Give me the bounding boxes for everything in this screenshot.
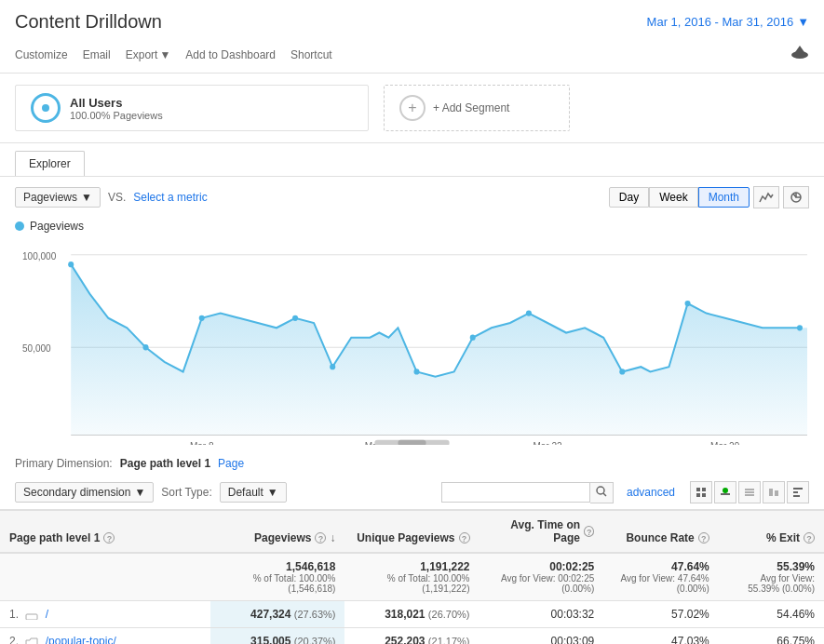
shortcut-button[interactable]: Shortcut (290, 48, 332, 61)
svg-rect-38 (769, 489, 773, 496)
segment-sub: 100.00% Pageviews (70, 110, 163, 121)
pie-chart-icon (789, 191, 804, 204)
svg-point-9 (68, 262, 74, 267)
svg-point-18 (685, 301, 691, 306)
row1-page-link[interactable]: / (46, 608, 48, 621)
total-unique-pageviews: 1,191,222 % of Total: 100.00% (1,191,222… (344, 553, 479, 601)
row2-pageviews: 315,005 (20.37%) (210, 628, 344, 645)
metric-caret-icon: ▼ (81, 191, 92, 204)
pie-chart-button[interactable] (783, 186, 809, 208)
svg-point-11 (199, 315, 205, 321)
add-segment-button[interactable]: + + Add Segment (384, 85, 570, 131)
row1-page: 1. / (0, 601, 210, 628)
table-row: 2. /popular-topic/ 315,005 (20.37%) 252,… (0, 628, 824, 645)
svg-text:50,000: 50,000 (22, 343, 51, 354)
chart-legend: Pageviews (15, 216, 809, 240)
table-view-button[interactable] (738, 481, 761, 503)
svg-point-16 (526, 310, 532, 315)
dim-page-link[interactable]: Page (218, 457, 244, 470)
tab-explorer[interactable]: Explorer (15, 151, 85, 176)
primary-dim-label: Primary Dimension: (15, 457, 113, 470)
row1-bounce: 57.02% (603, 601, 718, 628)
svg-point-14 (414, 369, 420, 374)
bar-icon (720, 487, 731, 498)
month-button[interactable]: Month (698, 187, 750, 208)
svg-point-12 (292, 315, 298, 321)
day-button[interactable]: Day (609, 187, 649, 208)
search-input[interactable] (441, 482, 590, 503)
svg-rect-42 (793, 495, 800, 497)
folder-icon (25, 637, 38, 644)
vs-label: VS. (108, 191, 126, 204)
row2-unique: 252,203 (21.17%) (344, 628, 479, 645)
sort-type-label: Sort Type: (161, 486, 211, 499)
row2-bounce: 47.03% (603, 628, 718, 645)
th-avgtime-info[interactable]: ? (584, 526, 594, 537)
data-table: Page path level 1 ? Pageviews ? ↓ Unique… (0, 510, 824, 644)
total-bounce-rate: 47.64% Avg for View: 47.64% (0.00%) (603, 553, 718, 601)
svg-text:Mar 22: Mar 22 (533, 441, 562, 445)
sort-default-button[interactable]: Default ▼ (220, 482, 287, 503)
compare-icon (768, 487, 779, 498)
search-box (441, 482, 614, 503)
total-avg-time: 00:02:25 Avg for View: 00:02:25 (0.00%) (480, 553, 604, 601)
svg-text:Mar 8: Mar 8 (190, 441, 214, 445)
compare-view-button[interactable] (763, 481, 785, 503)
total-label (0, 553, 210, 601)
th-pageviews-info[interactable]: ? (315, 532, 326, 543)
svg-point-13 (330, 364, 335, 369)
svg-rect-40 (793, 488, 803, 490)
row1-unique: 318,021 (26.70%) (344, 601, 479, 628)
svg-point-19 (797, 325, 803, 330)
date-range-caret: ▼ (797, 15, 809, 29)
svg-text:100,000: 100,000 (22, 251, 57, 262)
svg-point-10 (142, 344, 148, 350)
th-bounce-rate: Bounce Rate ? (603, 511, 718, 554)
svg-rect-30 (702, 488, 706, 491)
svg-rect-26 (398, 440, 426, 445)
search-button[interactable] (590, 482, 614, 503)
sec-dim-caret-icon: ▼ (134, 486, 145, 499)
th-exit-info[interactable]: ? (804, 532, 815, 543)
sort-arrow-icon: ↓ (330, 531, 335, 544)
th-bounce-info[interactable]: ? (698, 532, 709, 543)
export-caret-icon: ▼ (159, 48, 170, 61)
dim-active[interactable]: Page path level 1 (120, 457, 210, 470)
th-pageviews: Pageviews ? ↓ (210, 511, 344, 554)
customize-button[interactable]: Customize (15, 48, 68, 61)
email-button[interactable]: Email (83, 48, 111, 61)
pivot-icon (792, 487, 804, 498)
chart-area: Pageviews 100,000 50,000 ... (0, 212, 824, 448)
add-dashboard-button[interactable]: Add to Dashboard (185, 48, 276, 61)
th-unique-info[interactable]: ? (459, 532, 470, 543)
grid-icon (696, 487, 707, 498)
line-chart-icon (759, 191, 774, 204)
svg-text:...: ... (67, 441, 74, 445)
table-icon (744, 487, 755, 498)
chart-controls: Pageviews ▼ VS. Select a metric Day Week… (0, 177, 824, 212)
date-range[interactable]: Mar 1, 2016 - Mar 31, 2016 ▼ (647, 15, 809, 29)
bar-view-button[interactable] (714, 481, 736, 503)
week-button[interactable]: Week (649, 187, 697, 208)
svg-rect-33 (721, 493, 730, 495)
legend-dot (15, 221, 24, 231)
grid-view-button[interactable] (690, 481, 712, 503)
sort-caret-icon: ▼ (267, 486, 278, 499)
svg-rect-39 (775, 490, 778, 496)
page-header: Content Drilldown Mar 1, 2016 - Mar 31, … (0, 0, 824, 40)
row2-page-link[interactable]: /popular-topic/ (46, 635, 116, 644)
svg-rect-32 (702, 493, 706, 497)
pageviews-metric-button[interactable]: Pageviews ▼ (15, 187, 101, 208)
th-page-info[interactable]: ? (103, 532, 115, 543)
line-chart-button[interactable] (753, 186, 779, 208)
time-buttons: Day Week Month (609, 187, 750, 208)
view-buttons (690, 481, 809, 503)
folder-icon (25, 610, 38, 620)
advanced-link[interactable]: advanced (627, 486, 675, 499)
secondary-dimension-button[interactable]: Secondary dimension ▼ (15, 482, 154, 503)
pivot-view-button[interactable] (787, 481, 809, 503)
export-button[interactable]: Export ▼ (126, 48, 171, 61)
total-exit: 55.39% Avg for View: 55.39% (0.00%) (719, 553, 824, 601)
svg-marker-1 (793, 46, 806, 55)
select-metric-link[interactable]: Select a metric (133, 191, 207, 204)
